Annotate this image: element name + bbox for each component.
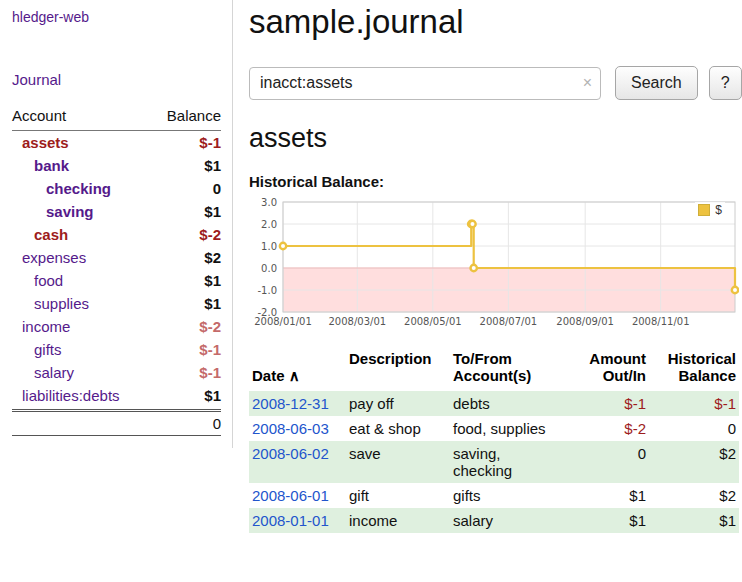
transaction-accounts: food, supplies [450,416,584,441]
register-header-row: Date ∧ Description To/From Account(s) Am… [249,348,739,391]
svg-text:1.0: 1.0 [261,241,277,252]
search-form: × Search ? [249,66,738,100]
register-body: 2008-12-31 pay off debts $-1 $-1 2008-06… [249,391,739,533]
column-header-description: Description [346,348,450,391]
transaction-amount: $-2 [584,416,649,441]
svg-text:2008/01/01: 2008/01/01 [254,316,312,327]
register-table: Date ∧ Description To/From Account(s) Am… [249,348,739,533]
transaction-description: income [346,508,450,533]
svg-text:2008/05/01: 2008/05/01 [404,316,462,327]
account-balance: $-2 [199,226,221,243]
account-balance: $-1 [199,341,221,358]
account-row: saving $1 [12,200,221,223]
chart-legend: $ [695,202,725,218]
account-balance: 0 [213,180,221,197]
account-row: gifts $-1 [12,338,221,361]
accounts-total-row: 0 [12,409,221,436]
account-balance: $-1 [199,364,221,381]
transaction-balance: $2 [649,483,739,508]
transaction-description: gift [346,483,450,508]
svg-text:2008/11/01: 2008/11/01 [632,316,690,327]
transaction-date-link[interactable]: 2008-06-03 [252,420,329,437]
account-balance: $-1 [199,134,221,151]
account-link[interactable]: cash [12,226,68,243]
help-button[interactable]: ? [709,66,742,100]
transaction-date-link[interactable]: 2008-12-31 [252,395,329,412]
svg-text:3.0: 3.0 [261,197,277,208]
historical-balance-chart: 3.02.01.00.0-1.0-2.02008/01/012008/03/01… [249,196,739,336]
account-row: checking 0 [12,177,221,200]
account-row: cash $-2 [12,223,221,246]
svg-text:-1.0: -1.0 [257,285,277,296]
transaction-accounts: gifts [450,483,584,508]
search-box: × [249,67,601,100]
legend-swatch-icon [698,204,710,216]
app-title-link[interactable]: hledger-web [12,9,89,25]
transaction-balance: $-1 [649,391,739,416]
account-balance: $2 [204,249,221,266]
accounts-header-balance: Balance [167,107,221,124]
account-row: bank $1 [12,154,221,177]
account-balance: $1 [204,203,221,220]
sidebar: hledger-web Journal Account Balance asse… [0,0,233,448]
transaction-amount: $1 [584,508,649,533]
transaction-date-link[interactable]: 2008-01-01 [252,512,329,529]
chart-title: Historical Balance: [249,173,738,190]
account-link[interactable]: food [12,272,63,289]
hledger-web-page: { "colors": { "purple": "#551a8b", "red"… [0,0,742,582]
account-row: food $1 [12,269,221,292]
register-row: 2008-06-02 save saving, checking 0 $2 [249,441,739,483]
account-link[interactable]: gifts [12,341,62,358]
transaction-date-link[interactable]: 2008-06-02 [252,445,329,462]
svg-text:2.0: 2.0 [261,219,277,230]
transaction-date-link[interactable]: 2008-06-01 [252,487,329,504]
transaction-accounts: debts [450,391,584,416]
account-link[interactable]: income [12,318,70,335]
account-balance: $1 [204,157,221,174]
account-link[interactable]: bank [12,157,69,174]
account-link[interactable]: assets [12,134,69,151]
search-input[interactable] [249,67,601,100]
account-link[interactable]: checking [12,180,111,197]
accounts-table-header: Account Balance [12,104,221,131]
account-link[interactable]: supplies [12,295,89,312]
accounts-header-account: Account [12,107,66,124]
account-row: supplies $1 [12,292,221,315]
column-header-amount: Amount Out/In [584,348,649,391]
sort-ascending-icon: ∧ [289,367,300,384]
register-row: 2008-06-01 gift gifts $1 $2 [249,483,739,508]
column-header-balance: Historical Balance [649,348,739,391]
svg-text:0.0: 0.0 [261,263,277,274]
account-balance: $1 [204,295,221,312]
legend-series-label: $ [715,203,722,217]
column-header-date[interactable]: Date ∧ [249,348,346,391]
svg-text:2008/03/01: 2008/03/01 [328,316,386,327]
register-row: 2008-06-03 eat & shop food, supplies $-2… [249,416,739,441]
column-header-accounts: To/From Account(s) [450,348,584,391]
account-link[interactable]: salary [12,364,74,381]
transaction-description: eat & shop [346,416,450,441]
account-row: salary $-1 [12,361,221,384]
account-row: liabilities:debts $1 [12,384,221,407]
register-row: 2008-12-31 pay off debts $-1 $-1 [249,391,739,416]
main-content: sample.journal × Search ? assets Histori… [233,0,742,533]
account-link[interactable]: saving [12,203,94,220]
clear-search-icon[interactable]: × [583,74,592,92]
transaction-accounts: salary [450,508,584,533]
account-page-title: assets [249,123,738,154]
account-balance: $-2 [199,318,221,335]
search-button[interactable]: Search [615,66,698,100]
transaction-amount: $-1 [584,391,649,416]
register-row: 2008-01-01 income salary $1 $1 [249,508,739,533]
account-row: expenses $2 [12,246,221,269]
account-link[interactable]: liabilities:debts [12,387,120,404]
transaction-balance: $2 [649,441,739,483]
transaction-amount: 0 [584,441,649,483]
transaction-description: save [346,441,450,483]
account-balance: $1 [204,272,221,289]
account-balance: $1 [204,387,221,404]
sort-by-date-link[interactable]: Date ∧ [252,367,300,384]
transaction-accounts: saving, checking [450,441,584,483]
account-link[interactable]: expenses [12,249,86,266]
sidebar-item-journal[interactable]: Journal [12,71,61,88]
